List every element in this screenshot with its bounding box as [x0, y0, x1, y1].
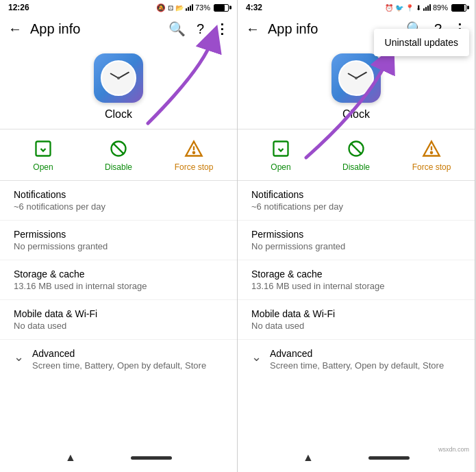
notification-icon: 🔕: [156, 3, 166, 12]
advanced-item-left[interactable]: ⌄ Advanced Screen time, Battery, Open by…: [0, 340, 237, 379]
svg-line-8: [351, 143, 362, 154]
app-header-left: Clock: [0, 42, 237, 129]
map-icon-right: 📍: [405, 4, 414, 12]
disable-icon-right: [345, 138, 367, 160]
back-nav-left[interactable]: ▲: [65, 451, 76, 464]
force-stop-button-right[interactable]: Force stop: [408, 138, 455, 172]
back-button-left[interactable]: ←: [8, 21, 22, 37]
home-indicator-left[interactable]: [131, 456, 172, 460]
app-name-left: Clock: [105, 108, 132, 121]
battery-icon-left: [214, 4, 229, 12]
mobile-data-sub-left: No data used: [14, 321, 223, 331]
back-nav-right[interactable]: ▲: [303, 451, 314, 464]
status-bar-right: 4:32 ⏰ 🐦 📍 ⬇ 89%: [238, 0, 475, 15]
advanced-item-right[interactable]: ⌄ Advanced Screen time, Battery, Open by…: [238, 340, 475, 379]
battery-icon-right: [451, 4, 466, 12]
svg-point-5: [193, 152, 195, 153]
storage-title-left: Storage & cache: [14, 269, 223, 280]
advanced-sub-left: Screen time, Battery, Open by default, S…: [32, 360, 206, 371]
mobile-data-title-right: Mobile data & Wi-Fi: [251, 308, 461, 319]
twitter-icon-right: 🐦: [395, 4, 403, 12]
app-icon-right: [331, 53, 381, 103]
search-icon-left[interactable]: 🔍: [168, 21, 186, 37]
action-buttons-left: Open Disable Force stop: [0, 129, 237, 180]
force-stop-icon-left: [183, 138, 205, 160]
left-phone-screen: 12:26 🔕 ⊡ 📂 73% ← App info 🔍 ? ⋮: [0, 0, 238, 472]
bottom-nav-left: ▲: [0, 446, 237, 472]
chevron-down-icon-right: ⌄: [251, 349, 262, 364]
back-button-right[interactable]: ←: [246, 21, 260, 37]
battery-text-right: 89%: [433, 3, 448, 12]
open-button-right[interactable]: Open: [257, 138, 305, 172]
signal-left: [186, 4, 193, 11]
mobile-data-sub-right: No data used: [251, 321, 461, 331]
mobile-data-item-left[interactable]: Mobile data & Wi-Fi No data used: [0, 300, 237, 340]
permissions-title-left: Permissions: [14, 229, 223, 240]
signal-right: [423, 4, 431, 11]
clock-minute-hand-right: [356, 71, 367, 78]
home-indicator-right[interactable]: [368, 456, 410, 460]
settings-list-right: Notifications ~6 notifications per day P…: [238, 181, 475, 446]
permissions-item-right[interactable]: Permissions No permissions granted: [238, 221, 475, 260]
advanced-text-left: Advanced Screen time, Battery, Open by d…: [32, 348, 206, 371]
uninstall-updates-tooltip[interactable]: Uninstall updates: [374, 29, 469, 56]
watermark: wsxdn.com: [438, 446, 469, 453]
disable-label-right: Disable: [342, 162, 370, 172]
notifications-sub-right: ~6 notifications per day: [251, 201, 461, 212]
svg-point-11: [431, 152, 432, 153]
notifications-title-left: Notifications: [14, 189, 223, 200]
permissions-title-right: Permissions: [251, 229, 461, 240]
app-name-right: Clock: [342, 108, 370, 121]
clock-minute-hand-left: [118, 71, 129, 78]
status-icons-left: 🔕 ⊡ 📂 73%: [156, 3, 229, 12]
settings-list-left: Notifications ~6 notifications per day P…: [0, 181, 237, 446]
alarm-icon-right: ⏰: [385, 4, 393, 12]
notifications-item-right[interactable]: Notifications ~6 notifications per day: [238, 181, 475, 221]
sd-icon: 📂: [175, 4, 184, 12]
clock-center-left: [117, 77, 120, 79]
clock-center-right: [355, 77, 358, 79]
force-stop-icon-right: [421, 138, 442, 160]
chevron-down-icon-left: ⌄: [14, 349, 24, 364]
advanced-text-right: Advanced Screen time, Battery, Open by d…: [270, 348, 444, 371]
notifications-title-right: Notifications: [251, 189, 461, 200]
help-icon-left[interactable]: ?: [197, 21, 204, 37]
force-stop-label-left: Force stop: [175, 162, 214, 172]
clock-face-right: [338, 60, 374, 96]
disable-icon-left: [108, 138, 129, 160]
screenshot-icon: ⊡: [168, 4, 173, 12]
open-label-right: Open: [271, 162, 290, 172]
down-icon-right: ⬇: [416, 4, 421, 12]
more-icon-left[interactable]: ⋮: [215, 21, 229, 37]
notifications-sub-left: ~6 notifications per day: [14, 201, 223, 212]
svg-rect-0: [36, 142, 51, 156]
advanced-title-left: Advanced: [32, 348, 206, 359]
open-icon-left: [32, 138, 54, 160]
advanced-title-right: Advanced: [270, 348, 444, 359]
disable-button-left[interactable]: Disable: [95, 138, 142, 172]
storage-title-right: Storage & cache: [251, 269, 461, 280]
time-right: 4:32: [246, 3, 262, 12]
storage-sub-right: 13.16 MB used in internal storage: [251, 281, 461, 291]
mobile-data-item-right[interactable]: Mobile data & Wi-Fi No data used: [238, 300, 475, 340]
app-icon-left: [94, 53, 143, 103]
open-button-left[interactable]: Open: [19, 138, 67, 172]
disable-label-left: Disable: [105, 162, 132, 172]
notifications-item-left[interactable]: Notifications ~6 notifications per day: [0, 181, 237, 221]
battery-text-left: 73%: [195, 3, 210, 12]
disable-button-right[interactable]: Disable: [332, 138, 380, 172]
storage-item-right[interactable]: Storage & cache 13.16 MB used in interna…: [238, 260, 475, 300]
permissions-item-left[interactable]: Permissions No permissions granted: [0, 221, 237, 260]
action-buttons-right: Open Disable Force stop: [238, 129, 475, 180]
time-left: 12:26: [8, 3, 29, 12]
top-bar-left: ← App info 🔍 ? ⋮: [0, 15, 237, 42]
open-icon-right: [270, 138, 292, 160]
force-stop-button-left[interactable]: Force stop: [170, 138, 218, 172]
right-phone-screen: 4:32 ⏰ 🐦 📍 ⬇ 89% ← App info 🔍 ? ⋮: [238, 0, 475, 472]
storage-item-left[interactable]: Storage & cache 13.16 MB used in interna…: [0, 260, 237, 300]
tooltip-label: Uninstall updates: [385, 37, 458, 48]
svg-line-2: [113, 143, 124, 154]
force-stop-label-right: Force stop: [412, 162, 451, 172]
page-title-left: App info: [30, 21, 160, 37]
header-icons-left: 🔍 ? ⋮: [168, 21, 229, 37]
